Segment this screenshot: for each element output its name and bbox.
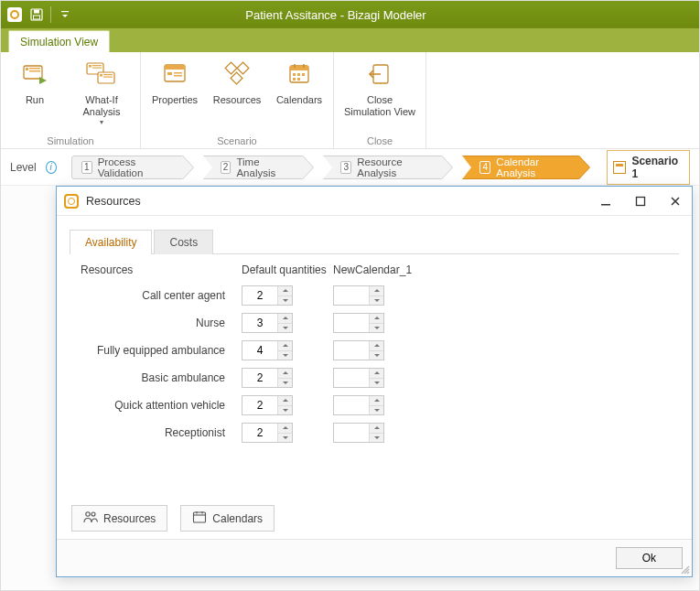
maximize-button[interactable] (631, 192, 650, 210)
svg-rect-35 (601, 204, 610, 206)
step-calendar-analysis[interactable]: 4 Calendar Analysis (462, 156, 579, 179)
spinner-input[interactable] (334, 369, 369, 387)
tab-simulation-view[interactable]: Simulation View (8, 30, 110, 52)
step-label: Calendar Analysis (496, 156, 565, 178)
ribbon: Run What-If Analysis ▾ Simulation Proper… (1, 52, 699, 149)
spinner-down-icon[interactable] (278, 406, 292, 415)
col-resources: Resources (77, 263, 242, 276)
spinner-default-2[interactable] (242, 340, 293, 360)
dialog-body: Availability Costs Resources Default qua… (57, 216, 692, 539)
spinner-newcal-3[interactable] (333, 368, 384, 388)
spinner-down-icon[interactable] (370, 379, 383, 388)
tab-availability[interactable]: Availability (70, 230, 152, 254)
resource-name: Call center agent (77, 289, 242, 302)
minimize-button[interactable] (597, 192, 615, 210)
spinner-up-icon[interactable] (370, 424, 383, 434)
spinner-up-icon[interactable] (370, 341, 383, 351)
spinner-up-icon[interactable] (278, 424, 292, 434)
svg-rect-14 (100, 74, 102, 77)
spinner-up-icon[interactable] (370, 314, 383, 324)
spinner-input[interactable] (242, 424, 277, 442)
spinner-down-icon[interactable] (278, 324, 292, 333)
spinner-default-5[interactable] (242, 423, 293, 443)
calendars-button[interactable]: Calendars (275, 58, 324, 106)
qat-customize-button[interactable] (57, 6, 73, 23)
svg-point-38 (92, 512, 95, 516)
spinner-up-icon[interactable] (370, 369, 383, 379)
spinner-input[interactable] (242, 396, 277, 414)
step-time-analysis[interactable]: 2 Time Analysis (203, 156, 304, 179)
svg-rect-12 (92, 68, 102, 69)
spinner-up-icon[interactable] (278, 396, 292, 406)
resources-label: Resources (213, 94, 262, 106)
spinner-default-4[interactable] (242, 395, 293, 415)
close-icon (363, 58, 396, 91)
spinner-input[interactable] (242, 314, 277, 332)
spinner-down-icon[interactable] (370, 406, 383, 415)
whatif-button[interactable]: What-If Analysis ▾ (72, 58, 131, 126)
save-button[interactable] (28, 6, 45, 23)
col-default: Default quantities (242, 263, 333, 276)
calendars-footer-button[interactable]: Calendars (180, 505, 275, 532)
step-number: 3 (340, 161, 351, 174)
spinner-input[interactable] (242, 341, 277, 360)
spinner-down-icon[interactable] (370, 434, 383, 443)
spinner-input[interactable] (334, 286, 369, 305)
resources-button[interactable]: Resources (212, 58, 262, 106)
spinner-input[interactable] (334, 314, 369, 332)
dialog-toolbar: Resources Calendars (70, 498, 679, 532)
spinner-newcal-0[interactable] (333, 285, 384, 306)
spinner-down-icon[interactable] (278, 296, 292, 306)
step-label: Process Validation (98, 156, 169, 178)
resources-table: Resources Default quantities NewCalendar… (70, 254, 679, 450)
spinner-up-icon[interactable] (278, 369, 292, 379)
step-resource-analysis[interactable]: 3 Resource Analysis (323, 156, 442, 179)
spinner-down-icon[interactable] (370, 351, 383, 360)
ok-button[interactable]: Ok (616, 547, 683, 569)
svg-rect-29 (293, 73, 296, 76)
scenario-selector[interactable]: Scenario 1 (607, 150, 690, 185)
close-simulation-button[interactable]: Close Simulation View (343, 58, 416, 117)
dropdown-caret-icon: ▾ (100, 118, 103, 126)
spinner-down-icon[interactable] (370, 296, 383, 306)
tab-costs[interactable]: Costs (154, 230, 213, 254)
spinner-input[interactable] (242, 369, 277, 387)
svg-rect-16 (103, 77, 113, 78)
spinner-up-icon[interactable] (278, 286, 292, 296)
spinner-down-icon[interactable] (370, 324, 383, 333)
spinner-newcal-4[interactable] (333, 395, 384, 415)
svg-rect-10 (89, 65, 92, 68)
svg-rect-5 (26, 68, 28, 70)
svg-rect-39 (194, 512, 206, 522)
run-button[interactable]: Run (10, 58, 59, 106)
properties-button[interactable]: Properties (150, 58, 199, 106)
svg-rect-31 (302, 73, 305, 76)
spinner-newcal-5[interactable] (333, 423, 384, 443)
spinner-input[interactable] (242, 286, 277, 305)
spinner-up-icon[interactable] (370, 396, 383, 406)
spinner-up-icon[interactable] (278, 341, 292, 351)
step-process-validation[interactable]: 1 Process Validation (71, 156, 183, 179)
spinner-input[interactable] (334, 396, 369, 414)
svg-rect-21 (174, 75, 182, 77)
spinner-newcal-2[interactable] (333, 340, 384, 360)
spinner-default-3[interactable] (242, 368, 293, 388)
info-icon[interactable]: i (46, 161, 57, 174)
spinner-input[interactable] (334, 424, 369, 442)
svg-rect-32 (293, 78, 296, 81)
spinner-up-icon[interactable] (370, 286, 383, 296)
spinner-down-icon[interactable] (278, 351, 292, 360)
spinner-down-icon[interactable] (278, 379, 292, 388)
spinner-newcal-1[interactable] (333, 313, 384, 333)
spinner-default-1[interactable] (242, 313, 293, 333)
col-newcalendar: NewCalendar_1 (333, 263, 443, 276)
spinner-up-icon[interactable] (278, 314, 292, 324)
table-header: Resources Default quantities NewCalendar… (77, 263, 672, 276)
spinner-input[interactable] (334, 341, 369, 360)
calendars-icon (283, 58, 316, 91)
spinner-down-icon[interactable] (278, 434, 292, 443)
spinner-default-0[interactable] (242, 285, 293, 306)
resize-grip[interactable] (679, 564, 690, 575)
close-button[interactable] (666, 192, 684, 210)
resources-footer-button[interactable]: Resources (71, 505, 167, 532)
